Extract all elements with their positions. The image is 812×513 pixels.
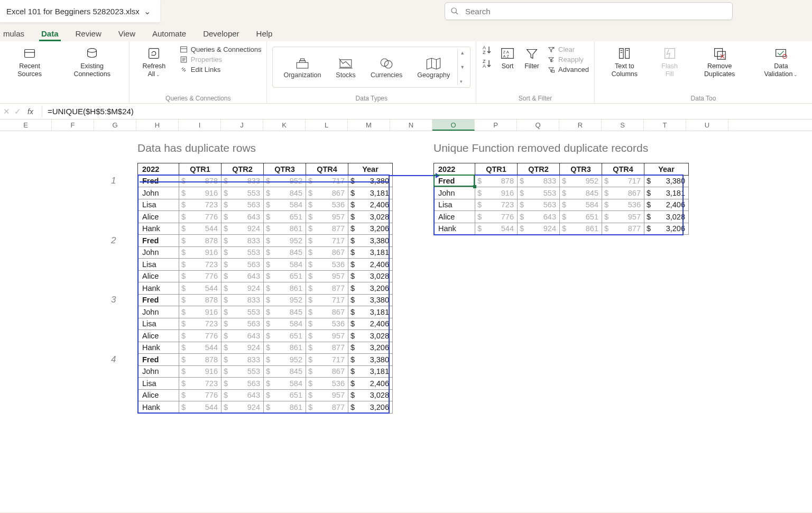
table-row: Alice$776$643$651$957$3,028 xyxy=(434,211,689,223)
tab-review[interactable]: Review xyxy=(73,26,104,41)
row-group-label: 2 xyxy=(111,235,116,246)
organization-button[interactable]: Organization xyxy=(276,56,328,79)
col-P[interactable]: P xyxy=(475,120,517,131)
cell-name: Fred xyxy=(138,294,179,306)
gallery-up-icon[interactable]: ▲ xyxy=(458,49,467,57)
tab-data[interactable]: Data xyxy=(39,26,61,41)
svg-point-0 xyxy=(451,8,456,13)
flash-fill-label: Flash Fill xyxy=(657,62,683,78)
geography-button[interactable]: Geography xyxy=(410,56,457,79)
row-group-label: 4 xyxy=(111,354,116,365)
properties-button[interactable]: Properties xyxy=(180,56,262,63)
col-E[interactable]: E xyxy=(0,120,52,131)
reapply-button[interactable]: Reapply xyxy=(547,56,589,63)
sort-desc-icon[interactable]: ZA xyxy=(482,58,492,69)
remove-duplicates-button[interactable]: Remove Duplicates xyxy=(690,44,749,79)
search-input[interactable] xyxy=(464,6,727,16)
table-row: Fred$878$833$952$717$3,380 xyxy=(434,175,689,187)
col-S[interactable]: S xyxy=(602,120,644,131)
cell-name: John xyxy=(138,365,179,378)
col-M[interactable]: M xyxy=(348,120,390,131)
header-QTR4: QTR4 xyxy=(306,163,348,176)
table-row: John$916$553$845$867$3,181 xyxy=(138,246,393,259)
text-to-columns-label: Text to Columns xyxy=(601,62,648,78)
table-row: Hank$544$924$861$877$3,206 xyxy=(138,223,393,235)
cell-name: Lisa xyxy=(138,199,179,211)
sort-asc-icon[interactable]: AZ xyxy=(482,44,492,55)
recent-sources-button[interactable]: Recent Sources xyxy=(5,44,54,79)
ribbon: Recent Sources Existing Connections Refr… xyxy=(0,41,812,104)
filter-label: Filter xyxy=(524,62,539,70)
table-row: Hank$544$924$861$877$3,206 xyxy=(138,342,393,354)
col-J[interactable]: J xyxy=(221,120,263,131)
filter-button[interactable]: Filter xyxy=(523,44,541,71)
tab-view[interactable]: View xyxy=(116,26,137,41)
table-row: Lisa$723$563$584$536$2,406 xyxy=(138,259,393,271)
col-L[interactable]: L xyxy=(306,120,348,131)
svg-rect-5 xyxy=(149,49,159,59)
formula-input[interactable] xyxy=(42,107,812,116)
search-box[interactable] xyxy=(445,2,733,20)
left-table: 2022QTR1QTR2QTR3QTR4YearFred$878$833$952… xyxy=(137,163,393,414)
svg-rect-31 xyxy=(620,49,624,59)
gallery-down-icon[interactable]: ▼ xyxy=(458,63,467,71)
row-group-label: 1 xyxy=(111,176,116,186)
cell-name: Hank xyxy=(138,401,179,414)
table-row: Fred$878$833$952$717$3,380 xyxy=(138,175,393,187)
cell-name: Hank xyxy=(138,282,179,295)
col-N[interactable]: N xyxy=(390,120,432,131)
data-validation-label: Data Validation xyxy=(764,62,792,78)
group-label-dt: Data Types xyxy=(272,94,470,102)
cancel-icon[interactable]: ✕ xyxy=(3,107,10,116)
left-section-title: Data has duplicate rows xyxy=(137,142,256,154)
table-row: Fred$878$833$952$717$3,380 xyxy=(138,235,393,247)
col-Q[interactable]: Q xyxy=(517,120,559,131)
text-to-columns-button[interactable]: Text to Columns xyxy=(600,44,649,79)
header-2022: 2022 xyxy=(138,163,179,176)
tab-help[interactable]: Help xyxy=(254,26,275,41)
col-I[interactable]: I xyxy=(179,120,221,131)
advanced-button[interactable]: Advanced xyxy=(547,66,589,74)
col-F[interactable]: F xyxy=(52,120,94,131)
gallery-more-icon[interactable]: ▾ xyxy=(458,78,467,85)
fx-icon[interactable]: fx xyxy=(25,107,35,116)
currencies-button[interactable]: Currencies xyxy=(363,56,410,79)
column-headers[interactable]: EFGHIJKLMNOPQRSTU xyxy=(0,120,812,131)
existing-connections-button[interactable]: Existing Connections xyxy=(60,44,124,79)
existing-connections-label: Existing Connections xyxy=(61,62,123,78)
refresh-all-button[interactable]: Refresh All⌄ xyxy=(135,44,173,79)
col-K[interactable]: K xyxy=(263,120,306,131)
table-row: Alice$776$643$651$957$3,028 xyxy=(138,330,393,342)
edit-links-button[interactable]: Edit Links xyxy=(180,66,262,74)
cell-name: Alice xyxy=(138,270,179,282)
col-O[interactable]: O xyxy=(432,120,475,131)
table-row: Alice$776$643$651$957$3,028 xyxy=(138,211,393,223)
col-R[interactable]: R xyxy=(559,120,602,131)
clear-button[interactable]: Clear xyxy=(547,45,589,53)
flash-fill-button[interactable]: Flash Fill xyxy=(656,44,684,79)
file-tab[interactable]: Excel 101 for Begginers 5282023.xlsx ⌄ xyxy=(0,0,160,22)
svg-rect-12 xyxy=(297,62,308,68)
header-QTR3: QTR3 xyxy=(264,163,306,176)
table-row: John$916$553$845$867$3,181 xyxy=(138,187,393,199)
ribbon-tabs: mulasDataReviewViewAutomateDeveloperHelp xyxy=(0,22,812,41)
header-QTR1: QTR1 xyxy=(179,163,222,176)
table-row: Lisa$723$563$584$536$2,406 xyxy=(138,318,393,330)
worksheet[interactable]: Data has duplicate rows Unique Function … xyxy=(0,131,812,512)
col-T[interactable]: T xyxy=(644,120,686,131)
cell-name: John xyxy=(138,306,179,318)
cell-name: Alice xyxy=(138,211,179,223)
sort-label: Sort xyxy=(502,62,514,70)
tab-automate[interactable]: Automate xyxy=(150,26,188,41)
queries-connections-button[interactable]: Queries & Connections xyxy=(180,45,262,53)
data-types-gallery[interactable]: Organization Stocks Currencies Geography… xyxy=(272,47,470,88)
sort-button[interactable]: Z AA Z Sort xyxy=(499,44,516,71)
col-U[interactable]: U xyxy=(686,120,728,131)
tab-mulas[interactable]: mulas xyxy=(1,26,26,41)
col-G[interactable]: G xyxy=(94,120,136,131)
col-H[interactable]: H xyxy=(136,120,179,131)
stocks-button[interactable]: Stocks xyxy=(328,56,363,79)
confirm-icon[interactable]: ✓ xyxy=(14,107,21,116)
data-validation-button[interactable]: Data Validation⌄ xyxy=(755,44,807,79)
tab-developer[interactable]: Developer xyxy=(201,26,241,41)
